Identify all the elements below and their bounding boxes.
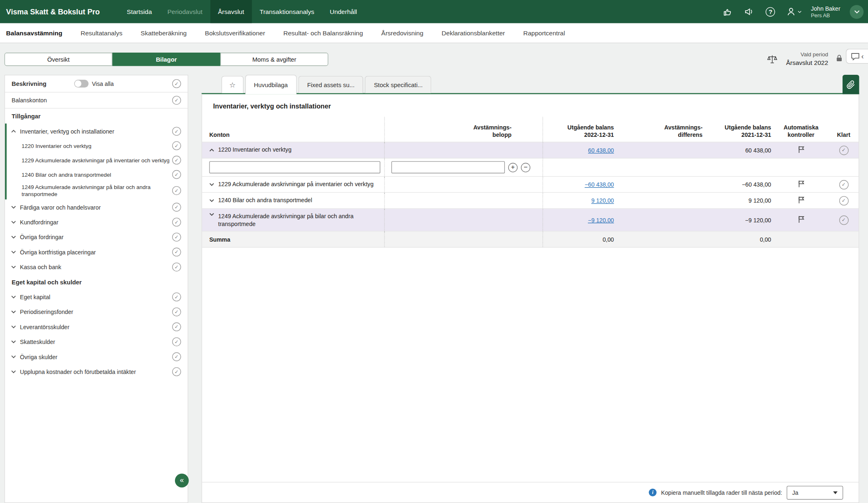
segment-moms-avgifter[interactable]: Moms & avgifter: [220, 52, 328, 65]
balance-link[interactable]: 60 438,00: [588, 147, 614, 153]
col-header-klart: Klart: [828, 117, 860, 142]
toggle-switch-icon[interactable]: [74, 80, 89, 88]
copy-rows-select[interactable]: Ja: [787, 486, 843, 500]
table-row-1229[interactable]: 1229 Ackumulerade avskrivningar på inven…: [202, 177, 859, 193]
nav-transaktionsanalys[interactable]: Transaktionsanalys: [252, 0, 322, 23]
sidebar-item-1220[interactable]: 1220 Inventarier och verktyg: [7, 138, 188, 153]
table-row-1249[interactable]: 1249 Ackumulerade avskrivningar på bilar…: [202, 209, 859, 231]
flag-icon[interactable]: [797, 215, 805, 224]
scale-icon[interactable]: [766, 53, 778, 65]
check-icon[interactable]: [172, 352, 181, 361]
balance-link[interactable]: −60 438,00: [585, 181, 614, 188]
check-icon[interactable]: [172, 307, 181, 316]
sidebar-item-1249[interactable]: 1249 Ackumulerade avskrivningar på bilar…: [7, 182, 188, 199]
check-icon[interactable]: [172, 96, 181, 105]
chevron-down-icon[interactable]: [209, 213, 214, 216]
nav-periodavslut[interactable]: Periodavslut: [160, 0, 210, 23]
sidebar-group-leverantorsskulder[interactable]: Leverantörsskulder: [5, 319, 188, 334]
thumbs-up-icon[interactable]: [721, 5, 734, 18]
sidebar-group-inventarier[interactable]: Inventarier, verktyg och installationer: [7, 124, 188, 138]
sidebar-item-1229[interactable]: 1229 Ackumulerade avskrivningar på inven…: [7, 153, 188, 167]
nav-startsida[interactable]: Startsida: [119, 0, 160, 23]
subnav-balansavstamning[interactable]: Balansavstämning: [6, 30, 62, 36]
tab-stock-specification[interactable]: Stock specificati...: [365, 76, 432, 93]
subnav-skatteberakning[interactable]: Skatteberäkning: [140, 30, 186, 36]
check-icon[interactable]: [172, 232, 181, 241]
sidebar-collapse-button[interactable]: [175, 474, 189, 488]
check-icon[interactable]: [172, 337, 181, 346]
group-label: Kundfordringar: [20, 219, 59, 225]
tab-fixed-assets[interactable]: Fixed assets su...: [298, 76, 363, 93]
tab-huvudbilaga[interactable]: Huvudbilaga: [245, 75, 297, 94]
chevron-up-icon[interactable]: [209, 148, 214, 152]
sidebar-group-eget-kapital[interactable]: Eget kapital: [5, 289, 188, 304]
check-icon[interactable]: [172, 292, 181, 301]
sidebar-group-upplupna-kostnader[interactable]: Upplupna kostnader och förutbetalda intä…: [5, 364, 188, 379]
sidebar-item-1240[interactable]: 1240 Bilar och andra transportmedel: [7, 167, 188, 182]
segment-oversikt[interactable]: Översikt: [5, 52, 113, 65]
add-row-button[interactable]: +: [508, 163, 518, 172]
subnav-resultatanalys[interactable]: Resultatanalys: [81, 30, 122, 36]
favorites-tab[interactable]: [221, 76, 243, 93]
attachments-button[interactable]: [843, 75, 859, 94]
subnav-arsredovisning[interactable]: Årsredovisning: [381, 30, 424, 36]
check-icon[interactable]: [172, 156, 181, 165]
sidebar-group-periodiseringsfonder[interactable]: Periodiseringsfonder: [5, 304, 188, 319]
check-icon[interactable]: [172, 367, 181, 376]
sidebar-group-kundfordringar[interactable]: Kundfordringar: [5, 215, 188, 229]
selected-period[interactable]: Vald period Årsavslut 2022: [786, 51, 828, 66]
segment-bilagor[interactable]: Bilagor: [113, 52, 221, 65]
user-company: Pers AB: [811, 12, 840, 18]
done-check-icon[interactable]: [839, 145, 848, 155]
check-icon[interactable]: [172, 203, 181, 212]
flag-icon[interactable]: [797, 146, 805, 155]
sidebar-group-expanded: Inventarier, verktyg och installationer …: [5, 124, 188, 200]
user-info[interactable]: John Baker Pers AB: [811, 5, 840, 18]
check-icon[interactable]: [172, 186, 181, 195]
balance-value: 9 120,00: [748, 197, 771, 204]
chevron-down-icon[interactable]: [209, 199, 214, 202]
nav-arsavslut[interactable]: Årsavslut: [210, 0, 252, 23]
group-label: Periodiseringsfonder: [20, 308, 74, 315]
check-icon[interactable]: [172, 79, 181, 88]
flag-icon[interactable]: [797, 196, 805, 205]
subnav-resultat-balansrakning[interactable]: Resultat- och Balansräkning: [283, 30, 363, 36]
sidebar-section-tillgangar: Tillgångar: [5, 108, 188, 123]
sidebar-group-ovriga-skulder[interactable]: Övriga skulder: [5, 349, 188, 364]
subnav-bokslutsverifikationer[interactable]: Bokslutsverifikationer: [205, 30, 265, 36]
sidebar-group-ovriga-fordringar[interactable]: Övriga fordringar: [5, 229, 188, 244]
remove-row-button[interactable]: −: [521, 163, 530, 172]
table-row-1240[interactable]: 1240 Bilar och andra transportmedel 9 12…: [202, 193, 859, 209]
help-icon[interactable]: [764, 5, 777, 18]
done-check-icon[interactable]: [839, 215, 848, 225]
chat-panel-toggle[interactable]: [846, 49, 868, 64]
new-amount-input[interactable]: [391, 161, 505, 173]
check-icon[interactable]: [172, 322, 181, 331]
check-icon[interactable]: [172, 141, 181, 150]
check-icon[interactable]: [172, 127, 181, 136]
check-icon[interactable]: [172, 170, 181, 179]
chevron-down-icon[interactable]: [209, 183, 214, 186]
done-check-icon[interactable]: [839, 196, 848, 205]
sidebar-group-fardiga-varor[interactable]: Färdiga varor och handelsvaror: [5, 199, 188, 214]
new-account-input[interactable]: [209, 161, 380, 173]
announcement-icon[interactable]: [743, 5, 755, 18]
nav-underhall[interactable]: Underhåll: [322, 0, 365, 23]
check-icon[interactable]: [172, 247, 181, 256]
user-menu-icon[interactable]: [786, 7, 801, 16]
check-icon[interactable]: [172, 262, 181, 271]
sidebar-group-kortfristiga-placeringar[interactable]: Övriga kortfristiga placeringar: [5, 244, 188, 259]
sidebar-group-kassa-bank[interactable]: Kassa och bank: [5, 259, 188, 274]
balance-link[interactable]: 9 120,00: [591, 197, 614, 204]
done-check-icon[interactable]: [839, 180, 848, 189]
show-all-toggle[interactable]: Visa alla: [74, 80, 114, 88]
subnav-deklarationsblanketter[interactable]: Deklarationsblanketter: [442, 30, 505, 36]
account-chevron-button[interactable]: [850, 5, 864, 18]
table-row-1220[interactable]: 1220 Inventarier och verktyg 60 438,00 6…: [202, 142, 859, 158]
subnav-rapportcentral[interactable]: Rapportcentral: [523, 30, 565, 36]
flag-icon[interactable]: [797, 180, 805, 189]
sidebar-group-skatteskulder[interactable]: Skatteskulder: [5, 334, 188, 349]
check-icon[interactable]: [172, 217, 181, 226]
balance-link[interactable]: −9 120,00: [588, 217, 614, 223]
sidebar-item-balanskonton[interactable]: Balanskonton: [5, 92, 188, 108]
